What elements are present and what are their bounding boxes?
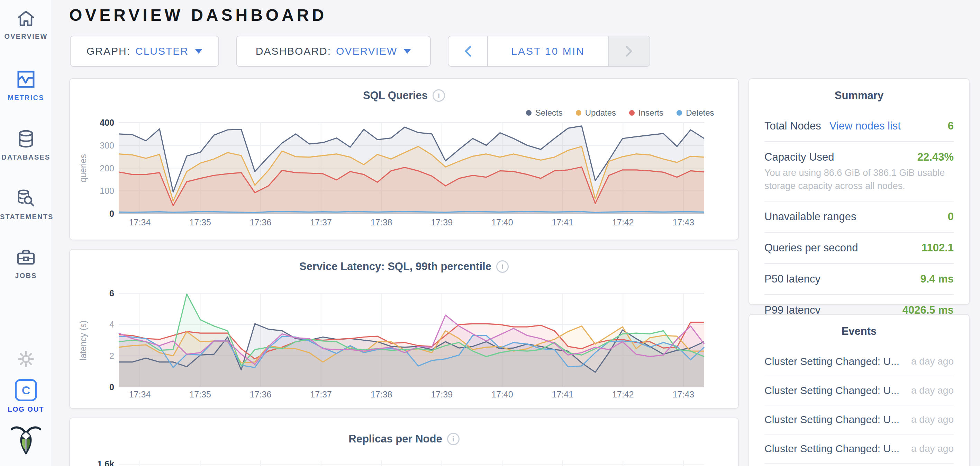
graph-dropdown-label: GRAPH: xyxy=(86,45,130,57)
database-icon xyxy=(17,130,35,148)
time-range-value[interactable]: LAST 10 MIN xyxy=(488,36,608,66)
x-tick-label: 17:37 xyxy=(297,389,345,399)
x-tick-label: 17:41 xyxy=(538,217,587,227)
y-tick-label: 2 xyxy=(76,351,114,361)
time-range-prev-button[interactable] xyxy=(449,36,488,66)
y-tick-label: 400 xyxy=(76,118,114,128)
x-tick-label: 17:35 xyxy=(176,217,224,227)
legend-item-selects[interactable]: Selects xyxy=(526,108,563,118)
event-time: a day ago xyxy=(911,356,954,367)
sidebar-item-label: METRICS xyxy=(0,94,52,102)
info-icon[interactable]: i xyxy=(447,433,460,445)
chart-title: SQL Queries xyxy=(363,89,428,102)
legend-dot xyxy=(576,110,581,116)
y-tick-label: 6 xyxy=(76,288,114,298)
event-title: Cluster Setting Changed: U... xyxy=(764,443,899,455)
dashboard-dropdown[interactable]: DASHBOARD: OVERVIEW xyxy=(236,36,431,67)
y-tick-label: 4 xyxy=(76,319,114,330)
capacity-used-value: 22.43% xyxy=(917,151,954,163)
unavailable-ranges-label: Unavailable ranges xyxy=(764,211,856,223)
y-tick-label: 0 xyxy=(76,382,114,392)
x-tick-label: 17:42 xyxy=(599,389,647,399)
logout-label: LOG OUT xyxy=(0,405,52,413)
events-title: Events xyxy=(749,315,969,338)
capacity-used-subtext: You are using 86.6 GiB of 386.1 GiB usab… xyxy=(764,166,954,201)
legend-dot xyxy=(629,110,635,116)
summary-row-unavailable: Unavailable ranges 0 xyxy=(764,201,954,232)
event-time: a day ago xyxy=(911,414,954,425)
chevron-down-icon xyxy=(195,49,202,54)
x-tick-label: 17:38 xyxy=(357,389,406,399)
event-time: a day ago xyxy=(911,443,954,454)
event-title: Cluster Setting Changed: U... xyxy=(764,414,899,426)
info-icon[interactable]: i xyxy=(496,260,509,273)
y-tick-label: 0 xyxy=(76,209,114,219)
replicas-plot[interactable] xyxy=(119,460,704,466)
logout-button[interactable]: C LOG OUT xyxy=(0,379,52,413)
cockroach-bug-icon xyxy=(11,425,41,456)
unavailable-ranges-value: 0 xyxy=(948,211,954,223)
gear-icon xyxy=(17,350,35,368)
total-nodes-label: Total Nodes xyxy=(764,120,821,132)
legend-item-updates[interactable]: Updates xyxy=(576,108,616,118)
cockroach-c-icon: C xyxy=(15,379,37,401)
qps-value: 1102.1 xyxy=(921,242,954,254)
x-tick-label: 17:36 xyxy=(236,389,285,399)
summary-row-qps: Queries per second 1102.1 xyxy=(764,232,954,263)
event-row[interactable]: Cluster Setting Changed: U... a day ago xyxy=(764,434,954,463)
sidebar-item-statements[interactable]: STATEMENTS xyxy=(0,189,52,221)
sql-queries-title-row: SQL Queries i xyxy=(69,89,739,102)
legend-label: Deletes xyxy=(686,108,714,118)
event-title: Cluster Setting Changed: U... xyxy=(764,385,899,396)
legend-dot xyxy=(676,110,682,116)
x-tick-label: 17:43 xyxy=(659,217,708,227)
sidebar-item-overview[interactable]: OVERVIEW xyxy=(0,10,52,40)
events-panel: Events Cluster Setting Changed: U... a d… xyxy=(748,314,970,466)
qps-label: Queries per second xyxy=(764,242,858,254)
sidebar-item-metrics[interactable]: METRICS xyxy=(0,70,52,102)
legend-dot xyxy=(526,110,531,116)
sidebar-item-label: OVERVIEW xyxy=(0,32,52,40)
sidebar-item-label: JOBS xyxy=(0,272,52,280)
settings-button[interactable] xyxy=(0,350,52,369)
latency-plot[interactable] xyxy=(119,293,704,387)
chevron-left-icon xyxy=(464,45,472,57)
x-tick-label: 17:37 xyxy=(297,217,345,227)
latency-title-row: Service Latency: SQL, 99th percentile i xyxy=(69,260,739,273)
summary-row-total-nodes: Total Nodes View nodes list 6 xyxy=(764,111,954,141)
x-tick-label: 17:42 xyxy=(599,217,647,227)
view-nodes-list-link[interactable]: View nodes list xyxy=(829,120,901,132)
event-time: a day ago xyxy=(911,385,954,396)
p50-latency-value: 9.4 ms xyxy=(920,273,954,285)
x-tick-label: 17:40 xyxy=(478,389,527,399)
chevron-down-icon xyxy=(404,49,411,54)
y-tick-label: 200 xyxy=(76,163,114,173)
graph-dropdown[interactable]: GRAPH: CLUSTER xyxy=(70,36,219,67)
x-tick-label: 17:35 xyxy=(176,389,224,399)
legend-item-inserts[interactable]: Inserts xyxy=(629,108,663,118)
info-icon[interactable]: i xyxy=(433,89,445,102)
event-row[interactable]: Cluster Setting Changed: U... a day ago xyxy=(764,405,954,434)
metrics-chart-icon xyxy=(17,70,35,88)
legend-label: Inserts xyxy=(638,108,663,118)
event-row[interactable]: Cluster Setting Changed: U... a day ago xyxy=(764,463,954,466)
event-row[interactable]: Cluster Setting Changed: U... a day ago xyxy=(764,376,954,405)
x-tick-label: 17:43 xyxy=(659,389,708,399)
capacity-used-label: Capacity Used xyxy=(764,151,834,163)
sidebar-item-label: STATEMENTS xyxy=(0,213,52,221)
p50-latency-label: P50 latency xyxy=(764,273,821,285)
summary-panel: Summary Total Nodes View nodes list 6 Ca… xyxy=(748,78,970,305)
sidebar-item-databases[interactable]: DATABASES xyxy=(0,130,52,161)
chevron-right-icon xyxy=(625,45,633,57)
x-tick-label: 17:39 xyxy=(418,389,466,399)
event-row[interactable]: Cluster Setting Changed: U... a day ago xyxy=(764,347,954,376)
y-tick-label: 100 xyxy=(76,186,114,196)
sidebar-item-jobs[interactable]: JOBS xyxy=(0,249,52,280)
legend-label: Updates xyxy=(585,108,616,118)
sql-queries-legend: Selects Updates Inserts Deletes xyxy=(526,108,714,118)
briefcase-icon xyxy=(17,249,35,266)
sql-queries-plot[interactable] xyxy=(119,123,704,214)
x-tick-label: 17:41 xyxy=(538,389,587,399)
time-range-next-button[interactable] xyxy=(608,36,649,66)
legend-item-deletes[interactable]: Deletes xyxy=(676,108,714,118)
